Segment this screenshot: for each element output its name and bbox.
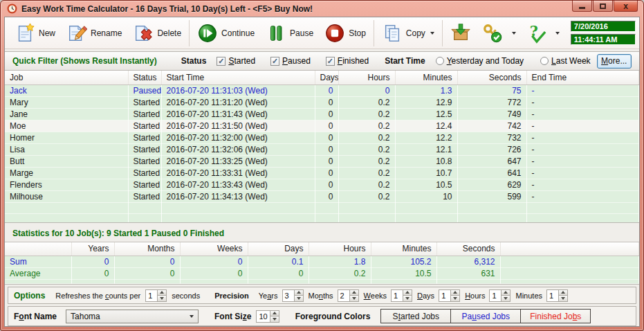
spinner-up-button[interactable]	[403, 290, 412, 296]
spinner-value[interactable]: 1	[145, 289, 157, 302]
continue-button[interactable]: Continue	[192, 21, 260, 46]
delete-button[interactable]: Delete	[127, 21, 187, 46]
column-header-job[interactable]: Job	[5, 71, 128, 84]
spinner-down-button[interactable]	[295, 295, 303, 301]
precision-field: Weeks 1	[364, 289, 412, 302]
spinner-up-button[interactable]	[559, 290, 567, 296]
precision-field-label: Years	[259, 292, 278, 300]
spinner-down-button[interactable]	[502, 295, 510, 301]
new-button[interactable]: New	[9, 21, 61, 46]
stats-header-years: Years	[71, 242, 114, 256]
precision-field: Hours 1	[465, 289, 510, 302]
refresh-interval-spinner[interactable]: 1	[145, 289, 167, 302]
days-cell: 0	[315, 190, 338, 202]
hours-cell: 0	[338, 84, 395, 96]
column-header-minutes[interactable]: Minutes	[395, 71, 457, 84]
status-cell: Started	[128, 120, 161, 132]
stat-label-cell: Sum	[5, 256, 71, 268]
up-arrow-icon	[297, 291, 301, 294]
column-header-start-time[interactable]: Start Time	[161, 71, 315, 84]
up-arrow-icon	[405, 291, 410, 294]
spinner-up-button[interactable]	[158, 290, 166, 296]
license-dropdown-button[interactable]	[509, 30, 517, 36]
foreground-color-button[interactable]: Finished Jobs	[520, 309, 591, 323]
status-filter-checkbox[interactable]: ✓ Paused	[270, 56, 311, 66]
help-dropdown-button[interactable]	[553, 30, 561, 36]
stat-seconds-cell: 631	[436, 268, 500, 280]
spinner-down-button[interactable]	[559, 295, 567, 301]
maximize-button[interactable]	[593, 1, 613, 12]
start-time-cell: 2016-07-20 11:31:43 (Wed)	[161, 108, 315, 120]
quick-filter-title: Quick Filter (Shows Result Instantly)	[12, 56, 157, 66]
column-header-hours[interactable]: Hours	[338, 71, 395, 84]
copy-button[interactable]: Copy	[376, 21, 440, 46]
seconds-cell: 772	[457, 96, 526, 108]
font-size-spinner[interactable]: 10	[256, 310, 279, 323]
font-size-label: Font Size	[214, 312, 251, 321]
spinner-down-button[interactable]	[270, 316, 279, 322]
status-cell: Started	[128, 132, 161, 143]
precision-label: Precision	[214, 292, 249, 300]
close-icon: x	[623, 2, 628, 10]
status-label: Status	[181, 56, 207, 66]
spinner-down-button[interactable]	[350, 295, 358, 301]
precision-spinner[interactable]: 1	[439, 289, 460, 302]
precision-spinner[interactable]: 2	[338, 289, 359, 302]
precision-spinner[interactable]: 3	[282, 289, 304, 302]
help-button[interactable]: ?	[520, 21, 552, 46]
status-filter-checkbox[interactable]: ✓ Started	[217, 56, 255, 66]
table-row[interactable]: Butt Started 2016-07-20 11:33:25 (Wed) 0…	[5, 155, 639, 167]
end-time-cell: -	[526, 84, 639, 96]
minimize-button[interactable]	[572, 1, 592, 12]
column-header-status[interactable]: Status	[128, 71, 161, 84]
empty-row	[5, 213, 639, 223]
start-time-radio[interactable]: Last Week	[540, 56, 591, 66]
table-row[interactable]: Mary Started 2016-07-20 11:31:20 (Wed) 0…	[5, 96, 639, 108]
spinner-up-button[interactable]	[502, 290, 510, 296]
start-time-cell: 2016-07-20 11:33:31 (Wed)	[161, 167, 315, 179]
spinner-up-button[interactable]	[295, 290, 303, 296]
table-row[interactable]: Milhouse Started 2016-07-20 11:34:13 (We…	[5, 190, 639, 202]
stop-button[interactable]: Stop	[319, 21, 371, 46]
spinner-value[interactable]: 10	[256, 310, 269, 323]
precision-spinner[interactable]: 1	[546, 289, 568, 302]
column-header-end-time[interactable]: End Time	[526, 71, 639, 84]
table-row[interactable]: Lisa Started 2016-07-20 11:32:06 (Wed) 0…	[5, 143, 639, 155]
spinner-up-button[interactable]	[451, 290, 459, 296]
close-button[interactable]: x	[614, 1, 638, 12]
column-header-days[interactable]: Days	[315, 71, 338, 84]
date-display: 7/20/2016	[571, 21, 636, 32]
days-cell: 0	[315, 84, 338, 96]
license-button[interactable]	[477, 21, 508, 46]
column-header-seconds[interactable]: Seconds	[457, 71, 526, 84]
status-filter-checkbox[interactable]: ✓ Finished	[326, 56, 369, 66]
precision-spinner[interactable]: 1	[391, 289, 412, 302]
spinner-down-button[interactable]	[451, 295, 459, 301]
minutes-cell: 10.8	[395, 155, 457, 167]
table-row[interactable]: Moe Started 2016-07-20 11:31:50 (Wed) 0 …	[5, 120, 639, 132]
continue-label: Continue	[221, 28, 255, 38]
more-button[interactable]: More...	[597, 54, 632, 69]
spinner-down-button[interactable]	[403, 295, 412, 301]
table-row[interactable]: Jane Started 2016-07-20 11:31:43 (Wed) 0…	[5, 108, 639, 120]
start-time-radio[interactable]: Yesterday and Today	[436, 56, 524, 66]
spinner-down-button[interactable]	[158, 295, 166, 301]
foreground-color-button[interactable]: Paused Jobs	[450, 309, 521, 323]
font-name-dropdown[interactable]: Tahoma	[66, 310, 199, 323]
stat-years-cell: 0	[71, 268, 114, 280]
continue-icon	[197, 23, 218, 44]
pause-button[interactable]: Pause	[260, 21, 319, 46]
install-button[interactable]	[445, 21, 477, 46]
foreground-color-button[interactable]: Started Jobs	[380, 309, 451, 323]
precision-spinner[interactable]: 1	[489, 289, 510, 302]
stat-label-cell: Average	[5, 268, 71, 280]
table-row[interactable]: Flenders Started 2016-07-20 11:33:43 (We…	[5, 179, 639, 190]
table-row[interactable]: Jack Paused 2016-07-20 11:31:03 (Wed) 0 …	[5, 84, 639, 96]
table-row[interactable]: Marge Started 2016-07-20 11:33:31 (Wed) …	[5, 167, 639, 179]
seconds-cell: 749	[457, 108, 526, 120]
rename-button[interactable]: Rename	[61, 21, 127, 46]
start-time-cell: 2016-07-20 11:32:00 (Wed)	[161, 132, 315, 143]
table-row[interactable]: Homer Started 2016-07-20 11:32:00 (Wed) …	[5, 132, 639, 143]
spinner-up-button[interactable]	[350, 290, 358, 296]
spinner-up-button[interactable]	[270, 311, 279, 316]
